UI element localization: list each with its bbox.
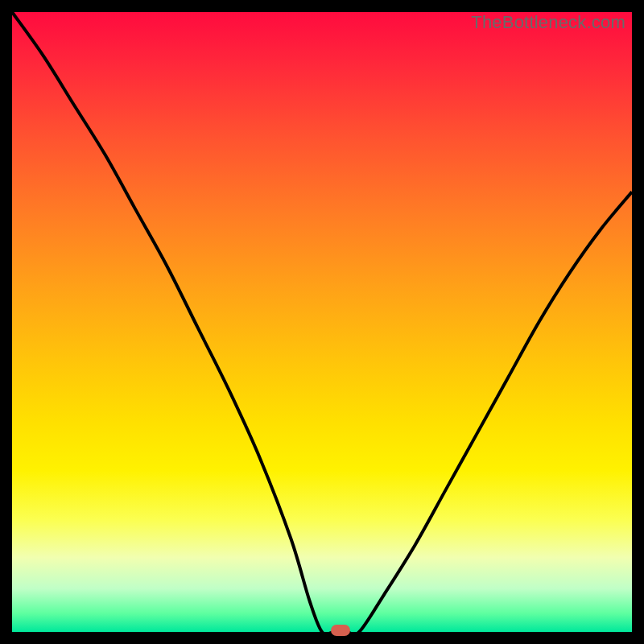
optimal-point-marker (331, 625, 350, 636)
chart-frame: TheBottleneck.com (0, 0, 644, 644)
bottleneck-curve (12, 12, 632, 632)
chart-plot-area: TheBottleneck.com (12, 12, 632, 632)
curve-path (12, 12, 632, 632)
